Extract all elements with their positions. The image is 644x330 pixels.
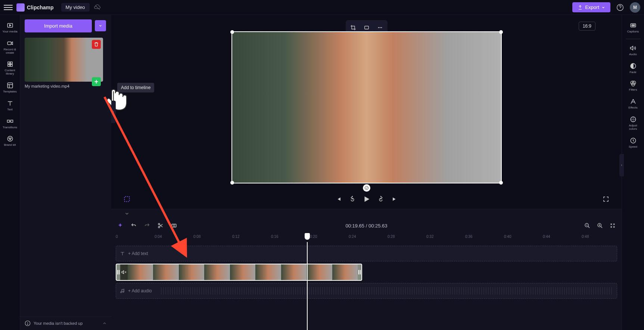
fullscreen-button[interactable] xyxy=(601,195,610,204)
project-title[interactable]: My video xyxy=(61,3,90,12)
sidebar-label: Fade xyxy=(629,71,636,74)
sidebar-label: Content library xyxy=(2,69,18,76)
svg-rect-41 xyxy=(360,270,361,274)
adjust-icon xyxy=(629,116,637,123)
media-icon xyxy=(6,22,14,29)
delete-media-button[interactable] xyxy=(92,40,101,49)
audio-track[interactable]: + Add audio xyxy=(116,283,617,299)
ruler-tick: 0 xyxy=(116,235,118,239)
skip-forward-button[interactable] xyxy=(391,195,399,204)
playhead[interactable] xyxy=(307,242,308,330)
sidebar-content-library[interactable]: Content library xyxy=(1,57,19,79)
remove-bg-button[interactable] xyxy=(122,195,131,204)
import-dropdown-button[interactable] xyxy=(95,20,106,31)
resize-handle-tl[interactable] xyxy=(230,30,234,34)
ruler-tick: 0:36 xyxy=(465,235,472,239)
app-name: Clipchamp xyxy=(27,4,54,10)
sidebar-label: Text xyxy=(7,108,13,111)
fit-timeline-button[interactable] xyxy=(608,221,617,230)
redo-button[interactable] xyxy=(143,221,152,230)
sidebar-record-create[interactable]: Record & create xyxy=(1,37,19,58)
sidebar-label: Adjust colors xyxy=(625,124,641,131)
user-avatar[interactable]: M xyxy=(630,2,640,13)
svg-rect-38 xyxy=(117,270,118,274)
zoom-out-button[interactable] xyxy=(583,221,592,230)
sidebar-brand-kit[interactable]: Brand kit xyxy=(1,132,19,150)
mute-icon[interactable] xyxy=(121,270,127,275)
clip-handle-left[interactable] xyxy=(116,264,120,280)
hamburger-menu-icon[interactable] xyxy=(4,3,13,12)
ai-badge-icon[interactable] xyxy=(363,184,370,192)
collapse-right-panel-button[interactable] xyxy=(619,154,624,176)
preview-frame[interactable] xyxy=(231,31,502,183)
current-time: 00:19.65 xyxy=(345,223,364,229)
sidebar-label: Effects xyxy=(628,106,637,110)
export-button[interactable]: Export xyxy=(572,2,610,12)
svg-point-23 xyxy=(381,27,382,28)
backup-warning[interactable]: Your media isn't backed up xyxy=(20,316,111,330)
svg-rect-4 xyxy=(8,62,10,64)
forward-button[interactable] xyxy=(376,195,385,204)
svg-rect-12 xyxy=(10,120,13,122)
svg-rect-6 xyxy=(8,65,10,66)
svg-text:CC: CC xyxy=(631,24,635,26)
split-button[interactable] xyxy=(156,221,165,230)
sidebar-captions[interactable]: CC Captions xyxy=(624,19,642,37)
sidebar-label: Brand kit xyxy=(4,144,16,147)
help-icon[interactable] xyxy=(615,2,625,13)
ruler-tick: 0:40 xyxy=(504,235,511,239)
undo-button[interactable] xyxy=(129,221,138,230)
sidebar-fade[interactable]: Fade xyxy=(624,59,642,77)
ai-sparkle-button[interactable] xyxy=(116,221,125,230)
import-media-button[interactable]: Import media xyxy=(25,19,92,32)
effects-icon xyxy=(629,98,637,105)
resize-handle-br[interactable] xyxy=(499,181,503,185)
svg-rect-5 xyxy=(10,62,12,64)
svg-point-22 xyxy=(379,27,380,28)
skip-back-button[interactable] xyxy=(334,195,343,204)
sidebar-transitions[interactable]: Transitions xyxy=(1,114,19,132)
svg-rect-8 xyxy=(7,83,13,88)
logo-icon xyxy=(16,3,25,12)
svg-rect-20 xyxy=(364,26,368,29)
svg-rect-7 xyxy=(10,65,12,66)
sidebar-text[interactable]: Text xyxy=(1,97,19,114)
sidebar-speed[interactable]: Speed xyxy=(624,134,642,152)
zoom-in-button[interactable] xyxy=(595,221,604,230)
expand-timeline-button[interactable] xyxy=(122,209,131,218)
playback-controls xyxy=(111,195,622,204)
app-logo[interactable]: Clipchamp xyxy=(16,3,54,12)
svg-rect-39 xyxy=(119,270,119,274)
video-clip[interactable] xyxy=(116,264,362,281)
text-track[interactable]: + Add text xyxy=(116,246,617,261)
sidebar-adjust-colors[interactable]: Adjust colors xyxy=(624,113,642,134)
media-thumbnail[interactable]: + My marketing video.mp4 xyxy=(25,38,103,88)
sync-icon[interactable] xyxy=(94,4,101,11)
ruler-tick: 0:32 xyxy=(426,235,433,239)
play-button[interactable] xyxy=(362,195,371,204)
total-time: 00:25.63 xyxy=(368,223,388,229)
resize-handle-bl[interactable] xyxy=(230,181,234,185)
sidebar-label: Filters xyxy=(629,88,637,92)
sidebar-filters[interactable]: Filters xyxy=(624,77,642,95)
sidebar-effects[interactable]: Effects xyxy=(624,95,642,113)
preview-area: 16:9 xyxy=(111,15,622,209)
collapse-panel-button[interactable] xyxy=(111,101,116,123)
crop-timeline-button[interactable] xyxy=(169,221,178,230)
rewind-button[interactable] xyxy=(348,195,357,204)
timeline-ruler[interactable]: 0 0:04 0:08 0:12 0:16 0:20 0:24 0:28 0:3… xyxy=(111,233,622,242)
sidebar-templates[interactable]: Templates xyxy=(1,79,19,97)
sidebar-audio[interactable]: Audio xyxy=(624,41,642,59)
ruler-tick: 0:16 xyxy=(271,235,278,239)
clip-handle-right[interactable] xyxy=(358,264,361,280)
timeline-area: 00:19.65 / 00:25.63 0 0:04 0:08 0:12 0:1… xyxy=(111,209,622,330)
sidebar-your-media[interactable]: Your media xyxy=(1,19,19,37)
sidebar-label: Templates xyxy=(3,90,16,94)
svg-point-14 xyxy=(9,138,9,139)
add-to-timeline-button[interactable]: + xyxy=(92,77,101,86)
audio-icon xyxy=(629,44,637,52)
resize-handle-tr[interactable] xyxy=(499,30,503,34)
ruler-tick: 0:24 xyxy=(349,235,356,239)
aspect-ratio-badge[interactable]: 16:9 xyxy=(579,22,595,31)
ruler-tick: 0:08 xyxy=(193,235,200,239)
